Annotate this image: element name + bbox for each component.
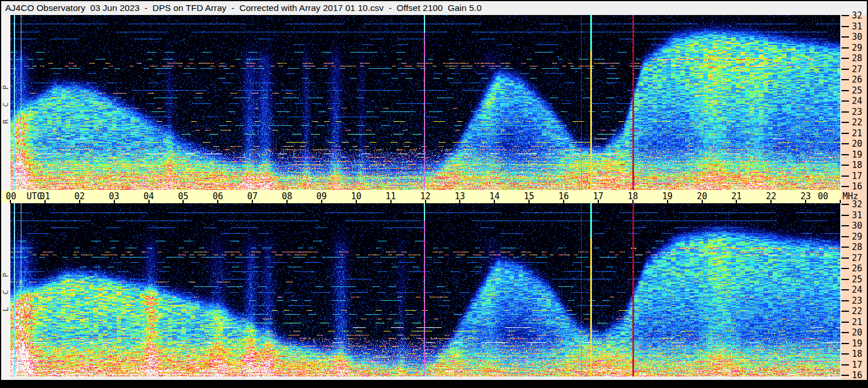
time-tick-mark xyxy=(114,200,115,203)
freq-tick-mark xyxy=(841,289,849,290)
freq-tick-label: 29 xyxy=(852,43,862,53)
freq-tick-label: 21 xyxy=(852,317,862,327)
freq-tick-mark xyxy=(841,186,849,187)
time-tick-mark xyxy=(425,200,426,203)
freq-tick-mark xyxy=(841,133,849,134)
time-tick-mark xyxy=(217,200,218,203)
rcp-panel-label: R C P xyxy=(1,81,10,124)
freq-tick-label: 31 xyxy=(852,21,862,32)
freq-tick-label: 20 xyxy=(852,139,862,149)
freq-tick-mark xyxy=(841,236,849,237)
freq-tick-label: 22 xyxy=(852,306,862,316)
freq-tick-mark xyxy=(841,311,849,312)
freq-tick-mark xyxy=(841,375,849,376)
freq-tick-label: 28 xyxy=(852,53,862,64)
title-bar: AJ4CO Observatory 03 Jun 2023 - DPS on T… xyxy=(0,0,868,15)
time-tick-mark xyxy=(494,200,495,203)
freq-tick-label: 17 xyxy=(852,171,862,181)
freq-tick-mark xyxy=(841,58,849,59)
time-tick-mark xyxy=(390,200,392,203)
freq-tick-label: 18 xyxy=(852,349,862,359)
time-tick-mark xyxy=(702,200,703,203)
time-tick-mark xyxy=(736,200,737,203)
rcp-spectrogram-canvas xyxy=(10,15,840,190)
freq-tick-label: 23 xyxy=(852,296,862,306)
freq-tick-mark xyxy=(841,69,849,70)
freq-tick-mark xyxy=(841,279,849,280)
freq-tick-mark xyxy=(841,79,849,80)
freq-tick-label: 16 xyxy=(852,370,862,380)
freq-tick-label: 27 xyxy=(852,253,862,263)
freq-tick-label: 16 xyxy=(852,181,862,192)
freq-tick-label: 18 xyxy=(852,160,862,170)
freq-tick-mark xyxy=(841,165,849,166)
freq-tick-mark xyxy=(841,225,849,226)
freq-tick-label: 19 xyxy=(852,150,862,160)
time-tick-mark xyxy=(632,200,634,203)
time-tick-mark xyxy=(840,200,841,203)
time-tick-mark xyxy=(356,200,357,203)
time-tick-mark xyxy=(148,200,150,203)
freq-tick-label: 32 xyxy=(852,199,862,210)
lcp-panel-label: L C P xyxy=(1,268,10,311)
time-tick-mark xyxy=(321,200,322,203)
freq-tick-mark xyxy=(841,26,849,27)
time-tick-mark xyxy=(459,200,460,203)
freq-tick-mark xyxy=(841,15,849,16)
freq-tick-label: 17 xyxy=(852,360,862,370)
time-tick-mark xyxy=(805,200,806,203)
freq-tick-label: 31 xyxy=(852,210,862,221)
freq-tick-mark xyxy=(841,300,849,301)
time-tick-mark xyxy=(598,200,599,203)
freq-tick-mark xyxy=(841,154,849,155)
freq-tick-mark xyxy=(841,364,849,365)
freq-tick-mark xyxy=(841,258,849,259)
time-tick-mark xyxy=(79,200,80,203)
freq-tick-mark xyxy=(841,268,849,269)
freq-tick-label: 23 xyxy=(852,107,862,117)
freq-tick-label: 20 xyxy=(852,327,862,338)
frame-top xyxy=(0,0,868,1)
time-tick-mark xyxy=(770,200,772,203)
time-axis: 00 UTC 00 010203040506070809101112131415… xyxy=(0,190,841,203)
freq-tick-mark xyxy=(841,176,849,177)
freq-tick-mark xyxy=(841,100,849,102)
freq-tick-mark xyxy=(841,332,849,333)
freq-tick-mark xyxy=(841,143,849,144)
freq-tick-mark xyxy=(841,111,849,113)
freq-tick-mark xyxy=(841,90,849,91)
freq-tick-label: 24 xyxy=(852,285,862,295)
freq-tick-label: 19 xyxy=(852,338,862,349)
observatory-spectrogram-page: AJ4CO Observatory 03 Jun 2023 - DPS on T… xyxy=(0,0,868,388)
time-axis-end-label: 00 xyxy=(809,191,828,202)
time-tick-mark xyxy=(563,200,564,203)
lcp-panel-label-wrap: L C P xyxy=(0,203,10,376)
freq-tick-mark xyxy=(841,343,849,344)
freq-tick-mark xyxy=(841,322,849,323)
freq-tick-mark xyxy=(841,36,849,38)
freq-tick-label: 28 xyxy=(852,242,862,252)
time-tick-mark xyxy=(182,200,184,203)
freq-tick-label: 30 xyxy=(852,32,862,42)
time-tick-mark xyxy=(44,200,46,203)
freq-tick-label: 26 xyxy=(852,263,862,274)
time-tick-mark xyxy=(286,200,288,203)
freq-tick-label: 22 xyxy=(852,117,862,128)
lcp-spectrogram-canvas xyxy=(10,203,840,376)
rcp-panel-label-wrap: R C P xyxy=(0,15,10,190)
freq-tick-label: 26 xyxy=(852,74,862,85)
freq-tick-mark xyxy=(841,47,849,48)
freq-tick-label: 25 xyxy=(852,85,862,96)
time-tick-mark xyxy=(252,200,253,203)
freq-tick-mark xyxy=(841,204,849,205)
freq-tick-label: 25 xyxy=(852,274,862,285)
freq-tick-label: 21 xyxy=(852,128,862,139)
freq-tick-label: 32 xyxy=(852,10,862,21)
frame-bottom xyxy=(0,380,868,388)
time-tick-mark xyxy=(667,200,668,203)
freq-tick-label: 29 xyxy=(852,232,862,242)
freq-tick-mark xyxy=(841,215,849,216)
freq-tick-mark xyxy=(841,247,849,248)
freq-tick-label: 30 xyxy=(852,221,862,231)
freq-tick-mark xyxy=(841,353,849,355)
